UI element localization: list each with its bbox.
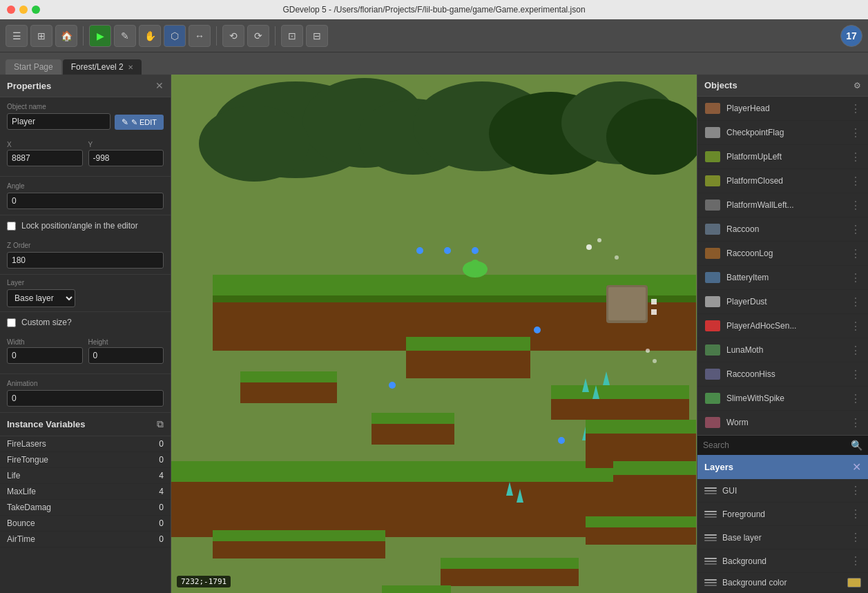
var-value-life: 4	[143, 471, 164, 480]
width-input[interactable]	[7, 347, 83, 364]
object-more-raccoonhiss[interactable]: ⋮	[850, 368, 861, 381]
var-row-firelasers: FireLasers 0	[0, 436, 171, 452]
z-order-input[interactable]	[7, 252, 164, 269]
layer-item-foreground[interactable]: Foreground ⋮	[697, 503, 868, 526]
object-name-platformwallleft: PlatformWallLeft...	[726, 200, 845, 210]
tab-close-btn[interactable]: ✕	[128, 64, 133, 71]
object-name-slimewithspike: SlimeWithSpike	[726, 393, 845, 403]
canvas-coordinates: 7232;-1791	[177, 576, 231, 587]
hamburger-menu-btn[interactable]: ☰	[6, 25, 28, 47]
object-more-raccoon[interactable]: ⋮	[850, 223, 861, 236]
height-input[interactable]	[88, 347, 164, 364]
redo-btn[interactable]: ⟳	[247, 25, 269, 47]
home-btn[interactable]: 🏠	[55, 25, 77, 47]
wh-row: Width Height	[7, 338, 164, 364]
tab-start-page[interactable]: Start Page	[6, 59, 61, 75]
object-item-playeradhocsen[interactable]: PlayerAdHocSen... ⋮	[697, 314, 868, 338]
y-input[interactable]	[88, 150, 164, 166]
object-item-batteryitem[interactable]: BatteryItem ⋮	[697, 266, 868, 290]
object-item-platformwallleft[interactable]: PlatformWallLeft... ⋮	[697, 193, 868, 217]
object-item-raccoon[interactable]: Raccoon ⋮	[697, 217, 868, 242]
layer-more-foreground[interactable]: ⋮	[850, 507, 861, 521]
animation-input[interactable]	[7, 390, 164, 407]
minimize-window-btn[interactable]	[19, 6, 28, 14]
layer-item-gui[interactable]: GUI ⋮	[697, 479, 868, 503]
object-icon-batteryitem	[704, 269, 721, 286]
game-canvas-area[interactable]: 7232;-1791	[171, 75, 697, 593]
layer-name-foreground: Foreground	[722, 509, 845, 519]
object-name-input[interactable]	[7, 113, 110, 130]
object-item-raccoonlog[interactable]: RaccoonLog ⋮	[697, 242, 868, 266]
move-btn[interactable]: ↔	[189, 25, 211, 47]
instance-variables-header: Instance Variables ⧉	[0, 413, 171, 436]
background-color-swatch[interactable]	[847, 578, 861, 587]
maximize-window-btn[interactable]	[32, 6, 40, 14]
profile-btn[interactable]: 17	[840, 25, 862, 47]
undo-btn[interactable]: ⟲	[222, 25, 244, 47]
object-item-playerdust[interactable]: PlayerDust ⋮	[697, 290, 868, 314]
layers-panel-close-btn[interactable]: ✕	[852, 460, 861, 474]
object-more-batteryitem[interactable]: ⋮	[850, 271, 861, 284]
objects-search-input[interactable]	[703, 440, 847, 450]
layer-item-background[interactable]: Background ⋮	[697, 550, 868, 573]
object-more-platformupleft[interactable]: ⋮	[850, 150, 861, 164]
play-btn[interactable]: ▶	[89, 25, 111, 47]
grid-toggle-btn[interactable]: ⊟	[306, 25, 328, 47]
object-item-lunamoth[interactable]: LunaMoth ⋮	[697, 338, 868, 362]
object-item-platformupleft[interactable]: PlatformUpLeft ⋮	[697, 145, 868, 169]
layer-item-base[interactable]: Base layer ⋮	[697, 526, 868, 550]
object-item-checkpointflag[interactable]: CheckpointFlag ⋮	[697, 121, 868, 145]
hand-btn[interactable]: ✋	[139, 25, 161, 47]
object-more-slimewithspike[interactable]: ⋮	[850, 392, 861, 405]
var-name-life: Life	[7, 471, 143, 480]
angle-input[interactable]	[7, 193, 164, 209]
object-more-platformclosed[interactable]: ⋮	[850, 175, 861, 188]
object-more-playerdust[interactable]: ⋮	[850, 295, 861, 309]
object-more-checkpointflag[interactable]: ⋮	[850, 126, 861, 139]
layer-item-bgcolor[interactable]: Background color	[697, 573, 868, 593]
object-item-platformclosed[interactable]: PlatformClosed ⋮	[697, 169, 868, 193]
layer-more-gui[interactable]: ⋮	[850, 484, 861, 497]
object-more-raccoonlog[interactable]: ⋮	[850, 247, 861, 260]
var-name-takedamag: TakeDamag	[7, 503, 143, 512]
object-item-worm[interactable]: Worm ⋮	[697, 411, 868, 435]
close-window-btn[interactable]	[7, 6, 15, 14]
layers-panel-title: Layers	[704, 462, 733, 472]
layer-name-gui: GUI	[722, 486, 845, 496]
height-label: Height	[88, 338, 164, 346]
layer-more-background[interactable]: ⋮	[850, 554, 861, 567]
tab-forest-level2[interactable]: Forest/Level 2 ✕	[63, 59, 142, 75]
object-more-playeradhocsen[interactable]: ⋮	[850, 320, 861, 333]
object-more-platformwallleft[interactable]: ⋮	[850, 199, 861, 212]
object-more-worm[interactable]: ⋮	[850, 416, 861, 429]
lock-position-checkbox[interactable]	[7, 222, 16, 231]
svg-point-44	[472, 247, 479, 254]
layer-more-base[interactable]: ⋮	[850, 531, 861, 544]
object-item-playerhead[interactable]: PlayerHead ⋮	[697, 97, 868, 121]
select-btn[interactable]: ⬡	[164, 25, 186, 47]
height-col: Height	[88, 338, 164, 364]
object-more-playerhead[interactable]: ⋮	[850, 102, 861, 115]
object-name-playeradhocsen: PlayerAdHocSen...	[726, 321, 845, 331]
object-item-slimewithspike[interactable]: SlimeWithSpike ⋮	[697, 387, 868, 411]
properties-panel-close-btn[interactable]: ✕	[155, 80, 164, 91]
svg-rect-25	[441, 569, 579, 586]
edit-btn[interactable]: ✎	[114, 25, 136, 47]
var-value-bounce: 0	[143, 518, 164, 528]
object-item-raccoonhiss[interactable]: RaccoonHiss ⋮	[697, 362, 868, 387]
object-icon-raccoon	[704, 221, 721, 237]
objects-filter-btn[interactable]: ⚙	[853, 81, 861, 90]
title-bar: GDevelop 5 - /Users/florian/Projects/F/l…	[0, 0, 868, 19]
toolbar-separator-1	[83, 26, 84, 46]
custom-size-checkbox[interactable]	[7, 318, 16, 327]
layer-select[interactable]: Base layer GUI Foreground Background	[7, 289, 75, 307]
edit-object-btn[interactable]: ✎ ✎ EDIT	[115, 115, 164, 130]
object-more-lunamoth[interactable]: ⋮	[850, 344, 861, 357]
xy-row: X Y	[7, 141, 164, 166]
x-input[interactable]	[7, 150, 83, 166]
grid-btn[interactable]: ⊞	[30, 25, 52, 47]
object-name-row: Object name ✎ ✎ EDIT	[0, 97, 171, 135]
zoom-in-btn[interactable]: ⊡	[281, 25, 303, 47]
properties-panel-header: Properties ✕	[0, 75, 171, 97]
instance-variables-open-btn[interactable]: ⧉	[157, 418, 164, 430]
